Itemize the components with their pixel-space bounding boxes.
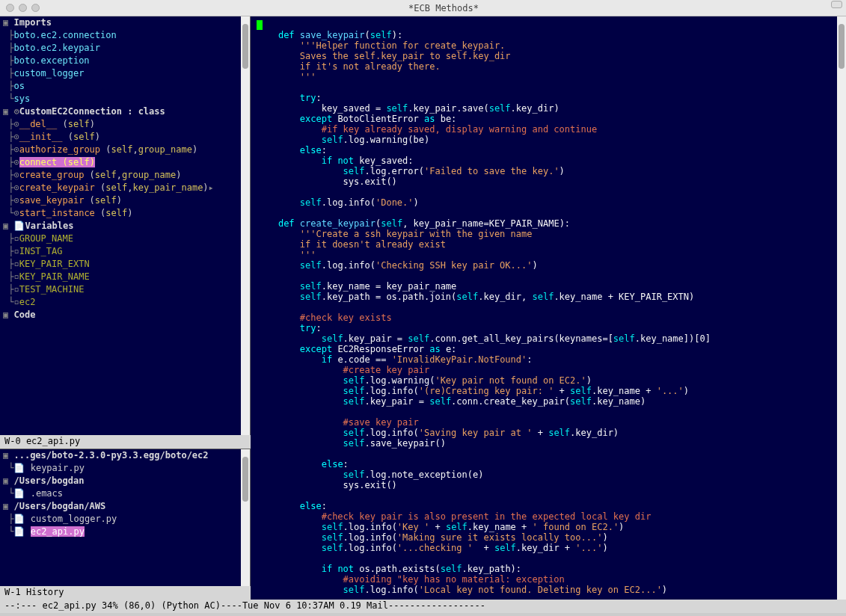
class-header[interactable]: CustomEC2Connection : class: [19, 106, 165, 117]
modeline-main: --:--- ec2_api.py 34% (86,0) (Python AC)…: [0, 600, 846, 613]
tree-item[interactable]: create_keypair: [19, 182, 95, 193]
tree-item[interactable]: create_group: [19, 170, 85, 180]
imports-header[interactable]: Imports: [13, 17, 52, 28]
scrollbar[interactable]: [241, 16, 250, 435]
history-file[interactable]: .emacs: [31, 488, 63, 499]
zoom-icon[interactable]: [31, 4, 40, 12]
tree-item[interactable]: INST_TAG: [19, 246, 63, 256]
tree-item[interactable]: KEY_PAIR_EXTN: [19, 259, 90, 269]
tree-item[interactable]: authorize_group: [19, 144, 100, 155]
ecb-methods-pane[interactable]: ▣ Imports ├boto.ec2.connection ├boto.ec2…: [0, 16, 251, 435]
close-icon[interactable]: [6, 4, 14, 12]
tree-item[interactable]: GROUP_NAME: [19, 233, 73, 244]
tree-item[interactable]: boto.ec2.keypair: [13, 43, 100, 53]
modeline-w0: W-0 ec2_api.py: [0, 435, 251, 449]
history-file[interactable]: keypair.py: [31, 463, 85, 473]
vars-header[interactable]: Variables: [25, 221, 73, 231]
history-path[interactable]: /Users/bogdan/AWS: [13, 501, 105, 511]
scrollbar[interactable]: [241, 449, 250, 586]
tree-item[interactable]: os: [13, 81, 24, 91]
code-header[interactable]: Code: [13, 309, 35, 320]
tree-item[interactable]: KEY_PAIR_NAME: [19, 271, 90, 282]
modeline-w1: W-1 History: [0, 586, 251, 600]
tree-item[interactable]: sys: [13, 93, 30, 104]
tree-item[interactable]: custom_logger: [13, 68, 84, 78]
code-editor[interactable]: def save_keypair(self): '''Helper functi…: [251, 16, 846, 600]
history-path[interactable]: /Users/bogdan: [13, 475, 84, 486]
tree-item[interactable]: boto.exception: [13, 55, 89, 66]
minimize-icon[interactable]: [19, 4, 27, 12]
cursor-icon: [257, 20, 263, 30]
tree-item[interactable]: TEST_MACHINE: [19, 284, 85, 295]
history-path[interactable]: ...ges/boto-2.3.0-py3.3.egg/boto/ec2: [13, 450, 208, 461]
tree-item[interactable]: save_keypair: [19, 195, 85, 206]
tree-item[interactable]: __init__: [19, 132, 63, 142]
window-resize-icon[interactable]: [831, 1, 842, 8]
tree-item-selected[interactable]: connect (self): [19, 157, 95, 167]
ecb-history-pane[interactable]: ▣ ...ges/boto-2.3.0-py3.3.egg/boto/ec2 └…: [0, 449, 251, 586]
history-file[interactable]: custom_logger.py: [31, 514, 117, 524]
tree-item[interactable]: start_instance: [19, 208, 95, 218]
titlebar: *ECB Methods*: [0, 0, 846, 16]
tree-item[interactable]: boto.ec2.connection: [13, 30, 116, 40]
tree-item[interactable]: __del__: [19, 119, 58, 129]
scrollbar[interactable]: [837, 16, 846, 600]
history-file-selected[interactable]: ec2_api.py: [31, 526, 85, 537]
traffic-lights: [6, 4, 40, 12]
window-title: *ECB Methods*: [47, 3, 840, 13]
tree-item[interactable]: ec2: [19, 297, 36, 307]
